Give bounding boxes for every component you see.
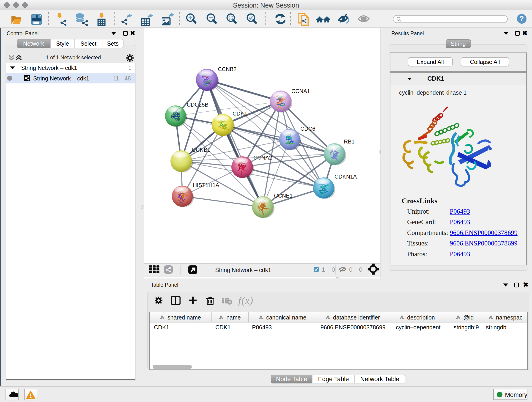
svg-text:?: ? <box>519 14 524 23</box>
